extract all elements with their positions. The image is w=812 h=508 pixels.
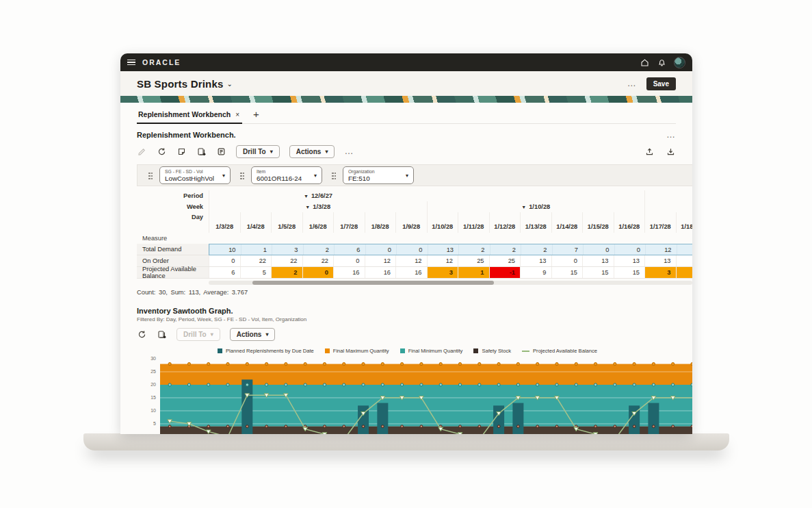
table-cell[interactable]: 12 (395, 255, 427, 266)
table-cell[interactable]: 13 (582, 255, 614, 266)
table-cell[interactable]: 3 (272, 244, 303, 255)
close-icon[interactable]: × (235, 111, 239, 118)
day-header[interactable]: 1/4/28 (240, 212, 272, 233)
table-cell[interactable]: 0 (333, 255, 365, 266)
menu-icon[interactable] (127, 60, 135, 66)
refresh-icon[interactable] (137, 329, 147, 340)
table-cell[interactable]: 0 (209, 255, 240, 266)
tab-replenishment-workbench[interactable]: Replenishment Workbench × (137, 110, 242, 124)
pages-icon[interactable] (157, 329, 167, 340)
download-icon[interactable] (666, 147, 676, 157)
table-scrollbar[interactable] (209, 281, 692, 285)
table-cell[interactable]: 25 (489, 255, 521, 266)
measure-row-label[interactable]: Total Demand (137, 244, 209, 255)
day-header[interactable]: 1/16/28 (614, 212, 645, 233)
table-cell[interactable]: 13 (614, 255, 645, 266)
day-header[interactable]: 1/10/28 (427, 212, 458, 233)
day-header[interactable]: 1/13/28 (520, 212, 551, 233)
table-cell[interactable]: 22 (302, 255, 334, 266)
note-icon[interactable] (176, 147, 187, 157)
filter-dropdown[interactable]: OrganizationFE:510▾ (343, 166, 414, 184)
clipboard-icon[interactable] (216, 147, 226, 157)
table-cell[interactable]: 2 (271, 267, 302, 278)
table-cell[interactable]: 2 (458, 244, 490, 255)
day-header[interactable]: 1/17/28 (644, 212, 676, 233)
measure-row-label[interactable]: Projected Available Balance (137, 267, 209, 279)
table-cell[interactable]: -1 (489, 267, 521, 278)
table-cell[interactable]: 2 (677, 244, 693, 255)
table-cell[interactable]: 13 (644, 255, 676, 266)
avatar[interactable] (674, 57, 685, 68)
drill-to-button[interactable]: Drill To▾ (236, 145, 280, 158)
drag-handle-icon[interactable] (148, 172, 153, 179)
table-cell[interactable]: 16 (365, 267, 396, 278)
upload-icon[interactable] (644, 147, 655, 157)
day-header[interactable]: 1/11/28 (458, 212, 489, 233)
table-cell[interactable]: 6 (209, 267, 240, 278)
table-cell[interactable]: 1 (458, 267, 489, 278)
table-cell[interactable]: 3 (427, 267, 458, 278)
table-cell[interactable]: 10 (209, 244, 241, 255)
table-cell[interactable]: 13 (428, 244, 459, 255)
add-tab-button[interactable]: + (253, 108, 259, 120)
week-cell[interactable]: ▼1/3/28 (209, 201, 427, 212)
table-cell[interactable]: 0 (614, 244, 646, 255)
table-cell[interactable]: 15 (582, 267, 614, 278)
home-icon[interactable] (640, 58, 650, 68)
table-cell[interactable]: 15 (551, 267, 583, 278)
table-cell[interactable]: 3 (644, 267, 676, 278)
table-cell[interactable]: 0 (365, 244, 397, 255)
page-more-button[interactable]: … (627, 81, 637, 86)
table-cell[interactable]: 2 (521, 244, 552, 255)
week-cell[interactable]: ▼1/10/28 (427, 201, 645, 212)
day-header[interactable]: 1/14/28 (551, 212, 583, 233)
table-cell[interactable]: 15 (614, 267, 645, 278)
table-cell[interactable]: 5 (240, 267, 272, 278)
table-cell[interactable]: 12 (427, 255, 458, 266)
refresh-icon[interactable] (157, 147, 167, 157)
table-cell[interactable]: 13 (520, 255, 551, 266)
period-cell[interactable]: ▼12/6/27 (209, 190, 644, 201)
table-cell[interactable]: 0 (302, 267, 334, 278)
day-header[interactable]: 1/8/28 (365, 212, 396, 233)
table-cell[interactable]: 1 (241, 244, 272, 255)
table-cell[interactable]: 2 (303, 244, 335, 255)
table-cell[interactable]: 7 (552, 244, 584, 255)
day-header[interactable]: 1/6/28 (302, 212, 334, 233)
table-cell[interactable]: 0 (583, 244, 614, 255)
drag-handle-icon[interactable] (332, 172, 336, 179)
period-cell[interactable] (644, 190, 692, 201)
day-header[interactable]: 1/3/28 (209, 212, 240, 233)
week-cell[interactable] (644, 201, 692, 212)
graph-actions-button[interactable]: Actions▾ (230, 328, 276, 341)
drag-handle-icon[interactable] (240, 172, 244, 179)
chevron-down-icon[interactable]: ⌄ (227, 80, 233, 88)
table-cell[interactable]: 0 (551, 255, 583, 266)
day-header[interactable]: 1/18/28 (676, 212, 693, 233)
table-cell[interactable]: 22 (271, 255, 302, 266)
table-cell[interactable]: 16 (395, 267, 427, 278)
table-cell[interactable]: 12 (365, 255, 396, 266)
day-header[interactable]: 1/15/28 (582, 212, 614, 233)
save-button[interactable]: Save (646, 77, 676, 90)
table-cell[interactable]: 12 (645, 244, 677, 255)
table-cell[interactable]: 6 (334, 244, 365, 255)
table-cell[interactable] (676, 255, 693, 266)
filter-dropdown[interactable]: SG - FE - SD - VolLowCostHighVol▾ (159, 166, 231, 184)
workbench-more-button[interactable]: … (666, 132, 676, 138)
day-header[interactable]: 1/9/28 (395, 212, 427, 233)
filter-dropdown[interactable]: Item6001OR116-24▾ (251, 166, 322, 184)
table-cell[interactable]: 16 (333, 267, 365, 278)
actions-button[interactable]: Actions▾ (289, 145, 335, 158)
notifications-icon[interactable] (657, 58, 667, 68)
day-header[interactable]: 1/12/28 (489, 212, 521, 233)
toolbar-more-button[interactable]: … (344, 149, 354, 154)
day-header[interactable]: 1/7/28 (333, 212, 365, 233)
table-cell[interactable]: 1 (676, 267, 693, 278)
day-header[interactable]: 1/5/28 (271, 212, 302, 233)
edit-icon[interactable] (137, 147, 147, 157)
scrollbar-thumb[interactable] (252, 281, 495, 285)
table-cell[interactable]: 22 (240, 255, 272, 266)
table-cell[interactable]: 2 (490, 244, 521, 255)
table-cell[interactable]: 25 (458, 255, 489, 266)
